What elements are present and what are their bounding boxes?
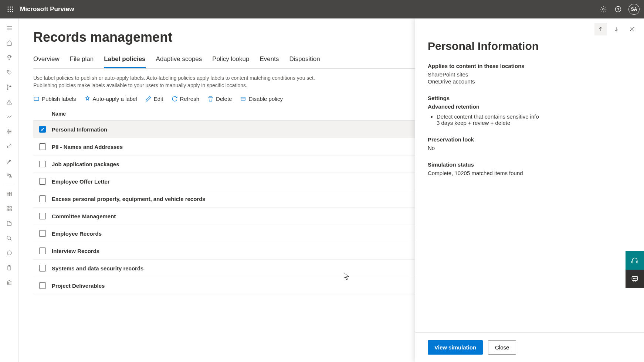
- tab-disposition[interactable]: Disposition: [289, 52, 320, 68]
- refresh-button[interactable]: Refresh: [172, 96, 200, 102]
- hamburger-icon[interactable]: [2, 21, 17, 35]
- view-simulation-button[interactable]: View simulation: [428, 340, 483, 355]
- headset-icon[interactable]: [626, 251, 644, 270]
- row-checkbox[interactable]: [39, 143, 46, 150]
- svg-point-56: [636, 278, 637, 279]
- location-value: SharePoint sites: [428, 71, 631, 78]
- row-checkbox[interactable]: [39, 126, 46, 133]
- svg-point-26: [8, 133, 9, 134]
- avatar[interactable]: SA: [628, 4, 640, 15]
- document-icon[interactable]: [2, 216, 17, 231]
- key-icon[interactable]: [2, 139, 17, 154]
- chat-icon[interactable]: [2, 246, 17, 260]
- brand-title: Microsoft Purview: [20, 6, 74, 13]
- search-icon[interactable]: [2, 231, 17, 246]
- row-checkbox[interactable]: [39, 265, 46, 272]
- svg-point-6: [8, 11, 9, 12]
- publish-labels-button[interactable]: Publish labels: [33, 96, 76, 102]
- svg-point-17: [7, 89, 8, 90]
- wrench-icon[interactable]: [2, 154, 17, 168]
- row-checkbox[interactable]: [39, 213, 46, 219]
- connector-icon[interactable]: [2, 168, 17, 183]
- tag-icon[interactable]: [2, 65, 17, 80]
- flyout-title: Personal Information: [428, 40, 631, 52]
- svg-point-38: [7, 236, 10, 239]
- edit-label: Edit: [154, 96, 163, 102]
- svg-rect-35: [10, 206, 11, 208]
- delete-label: Delete: [216, 96, 232, 102]
- settings-subtitle: Advanced retention: [428, 103, 631, 110]
- tab-events[interactable]: Events: [260, 52, 279, 68]
- svg-rect-36: [7, 209, 9, 211]
- trophy-icon[interactable]: [2, 50, 17, 65]
- svg-point-55: [634, 278, 635, 279]
- disable-policy-button[interactable]: Disable policy: [240, 96, 283, 102]
- edit-button[interactable]: Edit: [145, 96, 163, 102]
- next-icon[interactable]: [610, 23, 623, 35]
- settings-bullet: Detect content that contains sensitive i…: [437, 113, 631, 120]
- svg-point-5: [12, 9, 13, 10]
- help-icon[interactable]: [611, 2, 626, 17]
- svg-rect-30: [7, 192, 9, 194]
- svg-point-16: [7, 85, 8, 86]
- svg-rect-31: [9, 192, 11, 194]
- gear-icon[interactable]: [596, 2, 611, 17]
- svg-point-2: [12, 7, 13, 8]
- tab-overview[interactable]: Overview: [33, 52, 60, 68]
- row-checkbox[interactable]: [39, 247, 46, 254]
- auto-apply-label: Auto-apply a label: [93, 96, 137, 102]
- svg-point-24: [8, 130, 9, 131]
- svg-point-1: [10, 7, 11, 8]
- svg-point-20: [9, 103, 9, 103]
- grid-icon[interactable]: [2, 201, 17, 216]
- svg-rect-29: [10, 176, 11, 178]
- row-checkbox[interactable]: [39, 230, 46, 237]
- svg-point-25: [10, 131, 11, 132]
- settings-label: Settings: [428, 95, 631, 101]
- feedback-icon[interactable]: [626, 270, 644, 288]
- tab-file-plan[interactable]: File plan: [70, 52, 94, 68]
- app-launcher-icon[interactable]: [4, 3, 16, 15]
- tab-adaptive-scopes[interactable]: Adaptive scopes: [156, 52, 202, 68]
- home-icon[interactable]: [2, 35, 17, 50]
- svg-rect-42: [34, 97, 39, 101]
- svg-point-54: [633, 278, 634, 279]
- row-checkbox[interactable]: [39, 282, 46, 289]
- alert-icon[interactable]: [2, 95, 17, 109]
- publish-labels-label: Publish labels: [42, 96, 76, 102]
- preservation-value: No: [428, 145, 631, 151]
- auto-apply-button[interactable]: Auto-apply a label: [84, 96, 137, 102]
- previous-icon[interactable]: [594, 23, 607, 35]
- svg-point-7: [10, 11, 11, 12]
- svg-point-4: [10, 9, 11, 10]
- catalog-icon[interactable]: [2, 187, 17, 201]
- svg-point-9: [603, 8, 604, 10]
- row-checkbox[interactable]: [39, 161, 46, 167]
- close-button[interactable]: Close: [488, 340, 516, 355]
- sim-status-label: Simulation status: [428, 161, 631, 168]
- svg-rect-51: [632, 261, 633, 263]
- svg-rect-37: [10, 209, 11, 211]
- preservation-label: Preservation lock: [428, 136, 631, 143]
- clipboard-icon[interactable]: [2, 260, 17, 275]
- row-checkbox[interactable]: [39, 195, 46, 202]
- svg-point-11: [618, 11, 618, 11]
- reports-icon[interactable]: [2, 109, 17, 124]
- bank-icon[interactable]: [2, 275, 17, 290]
- tab-label-policies[interactable]: Label policies: [104, 52, 145, 68]
- svg-rect-52: [637, 261, 638, 263]
- page-description: Use label policies to publish or auto-ap…: [33, 75, 322, 89]
- svg-point-0: [8, 7, 9, 8]
- svg-point-8: [12, 11, 13, 12]
- svg-rect-34: [7, 206, 9, 208]
- branch-icon[interactable]: [2, 80, 17, 95]
- sliders-icon[interactable]: [2, 124, 17, 139]
- settings-bullet-sub: 3 days keep + review + delete: [437, 120, 631, 126]
- location-value: OneDrive accounts: [428, 78, 631, 85]
- svg-line-39: [10, 239, 11, 240]
- delete-button[interactable]: Delete: [207, 96, 232, 102]
- close-icon[interactable]: [626, 23, 638, 35]
- disable-policy-label: Disable policy: [248, 96, 283, 102]
- tab-policy-lookup[interactable]: Policy lookup: [212, 52, 249, 68]
- row-checkbox[interactable]: [39, 178, 46, 185]
